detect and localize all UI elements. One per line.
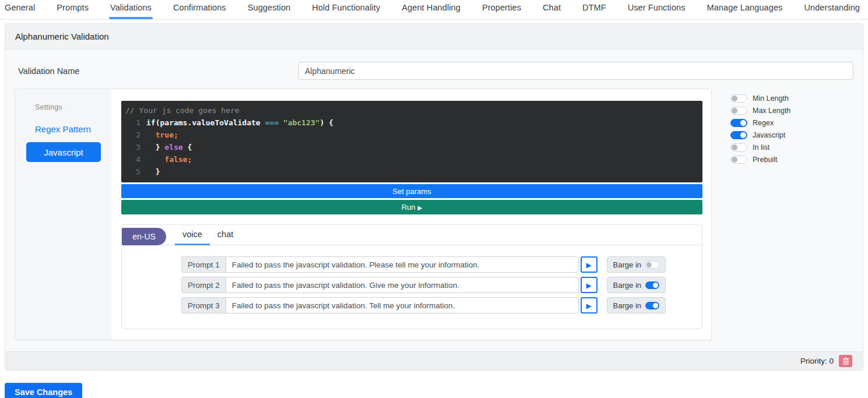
barge-in-label: Barge in: [613, 281, 641, 290]
nav-tab-prompts[interactable]: Prompts: [57, 3, 89, 18]
save-changes-button[interactable]: Save Changes: [5, 383, 82, 398]
delete-validation-button[interactable]: [839, 355, 852, 367]
prompt-row: Prompt 1▶Barge in: [181, 256, 666, 273]
line-number: 1: [125, 117, 140, 129]
editor-column: // Your js code goes here 1if(params.val…: [111, 89, 711, 340]
code-token: ===: [265, 117, 279, 129]
barge-in-control[interactable]: Barge in: [607, 297, 666, 314]
nav-tab-hold-functionality[interactable]: Hold Functionality: [312, 3, 380, 18]
work-card: Settings Regex Pattern Javascript // You…: [15, 89, 712, 340]
set-params-button[interactable]: Set params: [121, 184, 702, 198]
code-line: 3 } else {: [125, 141, 697, 153]
code-token: true;: [146, 129, 178, 141]
run-button[interactable]: Run▶: [121, 200, 702, 214]
play-prompt-button[interactable]: ▶: [581, 277, 598, 293]
prompts-panel: en-US voicechat Prompt 1▶Barge inPrompt …: [121, 224, 702, 329]
nav-tab-general[interactable]: General: [5, 3, 35, 18]
nav-tab-confirmations[interactable]: Confirmations: [173, 3, 226, 18]
panel-body: Validation Name Settings Regex Pattern J…: [5, 50, 863, 340]
nav-tab-suggestion[interactable]: Suggestion: [248, 3, 291, 18]
tab-voice[interactable]: voice: [175, 225, 210, 245]
panel-footer: Priority: 0: [5, 351, 863, 370]
toggle-label: Javascript: [753, 131, 785, 139]
prompts-header: en-US voicechat: [122, 225, 702, 245]
main-area: Settings Regex Pattern Javascript // You…: [15, 89, 853, 340]
line-number: 5: [125, 165, 140, 178]
toggle-javascript[interactable]: [730, 131, 747, 139]
sidebar-item-javascript[interactable]: Javascript: [26, 142, 101, 162]
sidebar-item-regex-pattern[interactable]: Regex Pattern: [35, 124, 111, 134]
nav-tab-user-functions[interactable]: User Functions: [628, 3, 686, 18]
toggle-prebuilt[interactable]: [730, 156, 747, 164]
code-line: 4 false;: [125, 153, 697, 165]
barge-in-control[interactable]: Barge in: [607, 277, 666, 293]
toggle-label: In list: [753, 143, 769, 152]
code-line: 1if(params.valueToValidate === "abc123")…: [125, 117, 697, 129]
code-token: "abc123": [283, 117, 320, 129]
code-line: 2 true;: [125, 129, 697, 141]
language-badge: en-US: [122, 228, 166, 245]
trash-icon: [842, 357, 849, 365]
code-token: ) {: [319, 117, 333, 129]
play-prompt-button[interactable]: ▶: [581, 297, 598, 314]
barge-in-toggle[interactable]: [645, 281, 659, 289]
validation-name-row: Validation Name: [15, 62, 853, 80]
code-token: }: [146, 165, 160, 178]
prompt-text-input[interactable]: [226, 256, 579, 273]
code-lines: 1if(params.valueToValidate === "abc123")…: [125, 117, 697, 178]
validation-type-toggles: Min LengthMax LengthRegexJavascriptIn li…: [712, 89, 853, 165]
code-token: if(params.valueToValidate: [146, 117, 265, 129]
barge-in-label: Barge in: [613, 260, 641, 269]
code-token: false;: [146, 153, 192, 165]
validation-panel: Alphanumeric Validation Validation Name …: [5, 23, 863, 371]
prompt-label: Prompt 3: [181, 297, 226, 314]
validation-name-input[interactable]: [298, 62, 853, 80]
toggle-regex[interactable]: [730, 119, 747, 127]
prompt-text-input[interactable]: [226, 297, 579, 314]
toggle-row: Javascript: [730, 129, 853, 141]
validation-name-label: Validation Name: [15, 66, 79, 76]
code-line: 5 }: [125, 165, 697, 178]
toggle-label: Min Length: [753, 94, 789, 103]
run-label: Run: [402, 203, 416, 212]
nav-tab-chat[interactable]: Chat: [543, 3, 561, 18]
settings-heading: Settings: [15, 103, 111, 111]
toggle-row: Prebuilt: [730, 153, 853, 165]
tab-chat[interactable]: chat: [210, 225, 241, 245]
toggle-min-length[interactable]: [730, 94, 747, 103]
code-token: else: [164, 141, 182, 153]
code-token: }: [146, 141, 164, 153]
settings-sidebar: Settings Regex Pattern Javascript: [15, 89, 111, 340]
top-nav: GeneralPromptsValidationsConfirmationsSu…: [0, 0, 868, 20]
play-prompt-button[interactable]: ▶: [581, 256, 598, 273]
line-number: 3: [125, 141, 140, 153]
nav-tab-understanding[interactable]: Understanding: [804, 3, 860, 18]
prompt-text-input[interactable]: [226, 277, 579, 293]
run-play-icon: ▶: [418, 205, 423, 211]
code-token: {: [183, 141, 192, 153]
toggle-label: Regex: [753, 119, 774, 127]
nav-tab-properties[interactable]: Properties: [482, 3, 521, 18]
nav-tab-validations[interactable]: Validations: [110, 3, 152, 18]
toggle-row: Regex: [730, 117, 853, 129]
line-number: 2: [125, 129, 140, 141]
toggle-row: Max Length: [730, 104, 853, 117]
toggle-row: Min Length: [730, 92, 853, 104]
nav-tab-manage-languages[interactable]: Manage Languages: [707, 3, 783, 18]
barge-in-label: Barge in: [613, 301, 641, 310]
js-code-editor[interactable]: // Your js code goes here 1if(params.val…: [121, 101, 702, 182]
prompt-rows: Prompt 1▶Barge inPrompt 2▶Barge inPrompt…: [122, 245, 702, 329]
barge-in-toggle[interactable]: [645, 261, 659, 269]
prompt-label: Prompt 2: [181, 277, 226, 293]
prompt-row: Prompt 3▶Barge in: [181, 297, 666, 314]
nav-tab-agent-handling[interactable]: Agent Handling: [402, 3, 461, 18]
nav-tab-dtmf[interactable]: DTMF: [582, 3, 606, 18]
code-comment: // Your js code goes here: [125, 105, 697, 117]
barge-in-control[interactable]: Barge in: [607, 256, 666, 273]
toggle-label: Prebuilt: [753, 156, 777, 164]
toggle-max-length[interactable]: [730, 107, 747, 115]
prompt-row: Prompt 2▶Barge in: [181, 277, 666, 293]
code-token: [279, 117, 283, 129]
barge-in-toggle[interactable]: [645, 302, 659, 309]
toggle-in-list[interactable]: [730, 143, 747, 152]
